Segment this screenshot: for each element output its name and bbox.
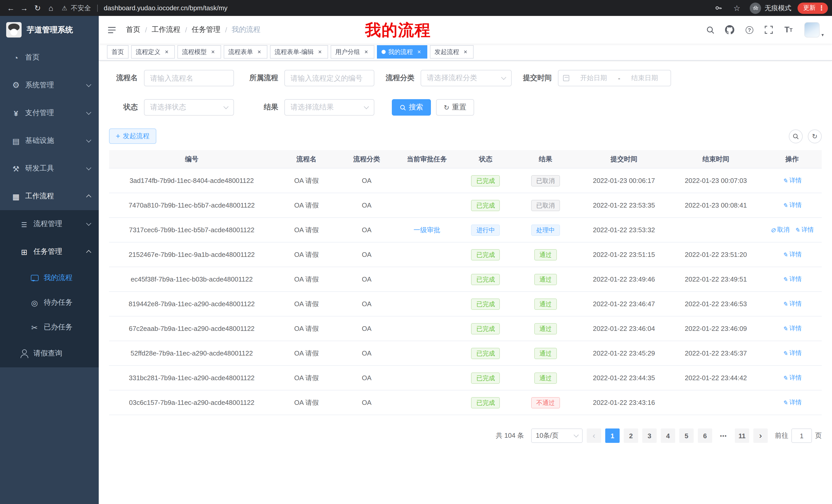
bookmark-star-icon[interactable]: ☆ xyxy=(730,1,744,15)
next-page-button[interactable] xyxy=(753,428,768,443)
reload-icon[interactable]: ↻ xyxy=(31,1,44,15)
user-menu[interactable]: ▾ xyxy=(805,22,824,37)
sidebar-menu-item[interactable]: 工作流程 xyxy=(0,183,99,210)
detail-button[interactable]: 详情 xyxy=(783,176,802,185)
tab[interactable]: 流程定义 × xyxy=(131,45,175,59)
back-icon[interactable]: ← xyxy=(4,1,18,15)
category-select[interactable]: 请选择流程分类 xyxy=(421,70,512,86)
sidebar-menu-item[interactable]: 首页 xyxy=(0,44,99,72)
sidebar: 芋道管理系统 首页 系统管理 支付管理 基础设施 xyxy=(0,16,99,504)
chevron-down-icon xyxy=(224,104,229,109)
cell-id: 2152467e-7b9b-11ec-9a1b-acde48001122 xyxy=(109,243,274,267)
prev-page-button[interactable] xyxy=(587,428,601,443)
sidebar-menu-item[interactable]: 基础设施 xyxy=(0,127,99,155)
tab[interactable]: 用户分组 × xyxy=(331,45,374,59)
breadcrumb-separator: / xyxy=(185,26,187,34)
forward-icon[interactable]: → xyxy=(18,1,31,15)
menu-dots-icon[interactable] xyxy=(818,4,825,12)
create-process-button[interactable]: 发起流程 xyxy=(109,129,156,144)
process-def-input[interactable] xyxy=(284,70,374,86)
menu-item-label: 工作流程 xyxy=(25,192,82,201)
sidebar-menu-item[interactable]: 请假查询 xyxy=(0,340,99,367)
detail-button[interactable]: 详情 xyxy=(795,226,814,234)
fullscreen-icon[interactable] xyxy=(763,24,775,35)
result-select[interactable]: 请选择流结果 xyxy=(284,99,374,116)
tab[interactable]: 流程表单 × xyxy=(224,45,267,59)
tab-close-icon[interactable]: × xyxy=(316,48,323,55)
tab-close-icon[interactable]: × xyxy=(163,48,170,55)
sidebar-menu-item[interactable]: 任务管理 xyxy=(0,238,99,265)
detail-button[interactable]: 详情 xyxy=(783,201,802,209)
breadcrumb-separator: / xyxy=(145,26,147,34)
cell-process-name: OA 请假 xyxy=(274,390,338,415)
cell-process-name: OA 请假 xyxy=(274,316,338,341)
edit-icon xyxy=(783,251,788,258)
search-icon[interactable] xyxy=(705,24,716,35)
cell-end-time xyxy=(669,390,762,415)
refresh-table-icon[interactable] xyxy=(808,129,822,143)
home-icon[interactable]: ⌂ xyxy=(44,1,58,15)
tab-close-icon[interactable]: × xyxy=(462,48,469,55)
tab-close-icon[interactable]: × xyxy=(209,48,216,55)
tab[interactable]: 首页 × xyxy=(107,45,129,59)
sidebar-menu-item[interactable]: 研发工具 xyxy=(0,155,99,183)
github-icon[interactable] xyxy=(724,24,735,35)
detail-button[interactable]: 详情 xyxy=(783,275,802,284)
date-range-picker[interactable]: 开始日期 - 结束日期 xyxy=(558,70,671,86)
tab-close-icon[interactable]: × xyxy=(415,48,423,55)
detail-button[interactable]: 详情 xyxy=(783,250,802,259)
avatar[interactable] xyxy=(805,22,820,37)
tab[interactable]: 我的流程 × xyxy=(377,45,427,59)
tab-close-icon[interactable]: × xyxy=(256,48,263,55)
edit-icon xyxy=(783,202,788,209)
category-placeholder: 请选择流程分类 xyxy=(427,74,499,83)
page-button[interactable]: 4 xyxy=(661,428,675,443)
sidebar-menu-item[interactable]: 流程管理 xyxy=(0,210,99,238)
show-search-icon[interactable] xyxy=(789,129,803,143)
address-bar[interactable]: 不安全 dashboard.yudao.iocoder.cn/bpm/task/… xyxy=(62,3,712,12)
reset-button[interactable]: 重置 xyxy=(436,99,474,116)
detail-button[interactable]: 详情 xyxy=(783,398,802,407)
tab[interactable]: 发起流程 × xyxy=(430,45,474,59)
tab-close-icon[interactable]: × xyxy=(363,48,370,55)
key-icon[interactable] xyxy=(712,1,725,15)
tab[interactable]: 流程表单-编辑 × xyxy=(270,45,328,59)
sidebar-menu-item[interactable]: 已办任务 xyxy=(0,315,99,340)
sidebar-logo[interactable]: 芋道管理系统 xyxy=(0,16,99,44)
sidebar-menu-item[interactable]: 支付管理 xyxy=(0,99,99,127)
sidebar-menu-item[interactable]: 系统管理 xyxy=(0,72,99,99)
status-select[interactable]: 请选择状态 xyxy=(144,99,234,116)
sidebar-menu-item[interactable]: 待办任务 xyxy=(0,290,99,315)
page-size-select[interactable]: 10条/页 xyxy=(531,428,582,443)
help-icon[interactable] xyxy=(744,24,755,35)
page-button[interactable]: 1 xyxy=(605,428,620,443)
search-button[interactable]: 搜索 xyxy=(392,99,431,116)
tab[interactable]: 流程模型 × xyxy=(177,45,221,59)
detail-button[interactable]: 详情 xyxy=(783,349,802,358)
cell-id: 7317cec6-7b9b-11ec-b5b7-acde48001122 xyxy=(109,218,274,242)
cell-submit-time: 2022-01-22 23:49:46 xyxy=(579,267,669,291)
result-tag: 不通过 xyxy=(531,397,560,408)
goto-page-input[interactable] xyxy=(791,428,812,443)
page-button[interactable]: 6 xyxy=(698,428,712,443)
page-button[interactable]: ••• xyxy=(716,428,731,443)
chevron-icon xyxy=(86,82,91,87)
detail-button[interactable]: 详情 xyxy=(783,373,802,382)
hamburger-icon[interactable] xyxy=(107,25,117,35)
detail-button[interactable]: 详情 xyxy=(783,324,802,333)
page-button[interactable]: 5 xyxy=(679,428,694,443)
annotation-title: 我的流程 xyxy=(365,20,431,41)
page-button[interactable]: 11 xyxy=(735,428,749,443)
current-task-link[interactable]: 一级审批 xyxy=(413,225,440,234)
page-button[interactable]: 3 xyxy=(642,428,657,443)
submit-time-label: 提交时间 xyxy=(521,74,558,83)
breadcrumb-home[interactable]: 首页 xyxy=(126,25,140,34)
cancel-button[interactable]: 取消 xyxy=(771,226,789,234)
sidebar-menu-item[interactable]: 我的流程 xyxy=(0,265,99,290)
font-size-icon[interactable] xyxy=(783,24,794,35)
update-button[interactable]: 更新 xyxy=(798,2,828,13)
detail-button[interactable]: 详情 xyxy=(783,300,802,308)
page-button[interactable]: 2 xyxy=(624,428,638,443)
process-name-input[interactable] xyxy=(144,70,234,86)
cell-actions: 详情 xyxy=(762,390,822,415)
